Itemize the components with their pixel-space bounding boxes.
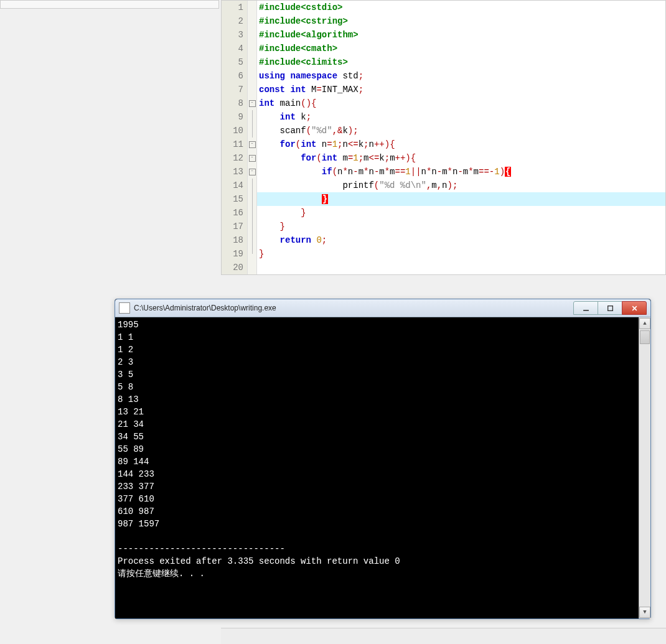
token-pre: #include xyxy=(259,16,301,26)
code-line[interactable]: #include<cstring> xyxy=(256,14,665,28)
fold-toggle-icon[interactable]: - xyxy=(249,100,256,107)
fold-cell xyxy=(248,83,256,96)
token-ident: n xyxy=(369,139,374,149)
fold-cell xyxy=(248,192,256,206)
token-ident: n xyxy=(348,167,353,177)
console-line: 8 13 xyxy=(118,393,636,406)
token-pre: #include xyxy=(259,2,301,12)
code-line[interactable]: int k; xyxy=(256,110,665,124)
token-punc: { xyxy=(311,98,316,108)
console-output[interactable]: 19951 11 22 33 55 88 1313 2121 3434 5555… xyxy=(115,317,639,618)
code-editor[interactable]: 1234567891011121314151617181920 ---- #in… xyxy=(221,0,666,275)
minimize-button[interactable] xyxy=(573,301,598,315)
token-punc: , xyxy=(437,180,442,190)
fold-toggle-icon[interactable]: - xyxy=(249,169,256,175)
token-punc: ( xyxy=(296,139,301,149)
code-line[interactable]: return 0; xyxy=(256,233,665,247)
close-button[interactable] xyxy=(622,301,647,315)
console-line: 5 8 xyxy=(118,381,636,393)
code-line[interactable]: } xyxy=(256,220,665,233)
fold-cell xyxy=(248,233,256,247)
code-line[interactable]: using namespace std; xyxy=(256,69,665,83)
token-punc: - xyxy=(353,167,358,177)
token-ident: k xyxy=(296,112,306,122)
token-ident: M xyxy=(306,85,317,95)
fold-cell xyxy=(248,55,256,69)
token-punc: ( xyxy=(374,180,379,190)
scroll-thumb[interactable] xyxy=(640,330,650,344)
token-kw: namespace xyxy=(290,71,337,81)
line-number: 16 xyxy=(222,206,243,220)
fold-cell xyxy=(248,28,256,42)
token-pre: <cmath> xyxy=(301,44,337,54)
token-num: 1 xyxy=(405,167,410,177)
code-line[interactable]: #include<algorithm> xyxy=(256,28,665,42)
token-kw: int xyxy=(280,112,296,122)
fold-toggle-icon[interactable]: - xyxy=(249,141,256,148)
fold-cell[interactable]: - xyxy=(248,138,256,151)
code-line[interactable]: printf("%d %d\n",m,n); xyxy=(256,179,665,192)
code-line[interactable]: #include<cmath> xyxy=(256,42,665,55)
fold-cell[interactable]: - xyxy=(248,165,256,179)
fold-cell xyxy=(248,110,256,124)
scroll-up-button[interactable]: ▲ xyxy=(639,318,650,329)
token-ident: n xyxy=(368,167,373,177)
token-num: 1 xyxy=(332,139,337,149)
console-line: 1995 xyxy=(118,319,636,331)
console-line: 233 377 xyxy=(118,480,636,493)
console-line: 请按任意键继续. . . xyxy=(118,567,636,580)
console-line: 1 1 xyxy=(118,331,636,343)
fold-toggle-icon[interactable]: - xyxy=(249,155,256,162)
fold-cell[interactable]: - xyxy=(248,151,256,165)
line-number: 3 xyxy=(222,28,243,42)
token-ident: n xyxy=(442,180,447,190)
code-line[interactable] xyxy=(256,261,665,274)
code-line[interactable]: } xyxy=(256,206,665,220)
console-line: 34 55 xyxy=(118,431,636,443)
fold-cell xyxy=(248,69,256,83)
token-ident: m xyxy=(431,180,436,190)
console-line: Process exited after 3.335 seconds with … xyxy=(118,555,636,567)
token-ident: m xyxy=(442,167,447,177)
maximize-button[interactable] xyxy=(598,301,622,315)
code-line[interactable]: } xyxy=(256,192,665,206)
token-punc: * xyxy=(448,167,453,177)
token-ident: m xyxy=(463,167,468,177)
token-ident: m xyxy=(390,167,395,177)
token-brmatch: } xyxy=(322,194,328,204)
fold-cell xyxy=(248,124,256,138)
code-line[interactable]: #include<climits> xyxy=(256,55,665,69)
token-ident: k xyxy=(359,139,363,149)
editor-bottom-border xyxy=(221,628,666,644)
token-pre: #include xyxy=(259,44,301,54)
code-line[interactable]: if(n*n-m*n-m*m==1||n*n-m*n-m*m==-1){ xyxy=(256,165,665,179)
token-kw: const xyxy=(259,85,285,95)
line-number: 1 xyxy=(222,1,243,14)
code-line[interactable]: #include<cstdio> xyxy=(256,1,665,14)
code-content[interactable]: #include<cstdio>#include<cstring>#includ… xyxy=(256,1,665,274)
console-body: 19951 11 22 33 55 88 1313 2121 3434 5555… xyxy=(115,317,650,618)
console-titlebar[interactable]: C:\Users\Administrator\Desktop\writing.e… xyxy=(115,299,650,317)
code-line[interactable]: const int M=INT_MAX; xyxy=(256,83,665,96)
token-pre: #include xyxy=(259,57,301,67)
token-kw: using xyxy=(259,71,285,81)
token-punc: ); xyxy=(448,180,458,190)
code-line[interactable]: for(int m=1;m<=k;m++){ xyxy=(256,151,665,165)
fold-column[interactable]: ---- xyxy=(248,1,257,274)
scroll-down-button[interactable]: ▼ xyxy=(639,607,650,618)
token-kw: if xyxy=(322,167,332,177)
fold-cell[interactable]: - xyxy=(248,96,256,110)
fold-cell xyxy=(248,247,256,261)
code-line[interactable]: scanf("%d",&k); xyxy=(256,124,665,138)
line-number: 14 xyxy=(222,179,243,192)
token-punc: ( xyxy=(316,153,321,163)
code-line[interactable]: for(int n=1;n<=k;n++){ xyxy=(256,138,665,151)
fold-cell xyxy=(248,261,256,274)
code-line[interactable]: int main(){ xyxy=(256,96,665,110)
fold-cell xyxy=(248,42,256,55)
line-number: 5 xyxy=(222,55,243,69)
console-scrollbar[interactable]: ▲ ▼ xyxy=(639,317,650,618)
token-pre: <cstring> xyxy=(301,16,348,26)
console-window[interactable]: C:\Users\Administrator\Desktop\writing.e… xyxy=(115,299,651,619)
code-line[interactable]: } xyxy=(256,247,665,261)
